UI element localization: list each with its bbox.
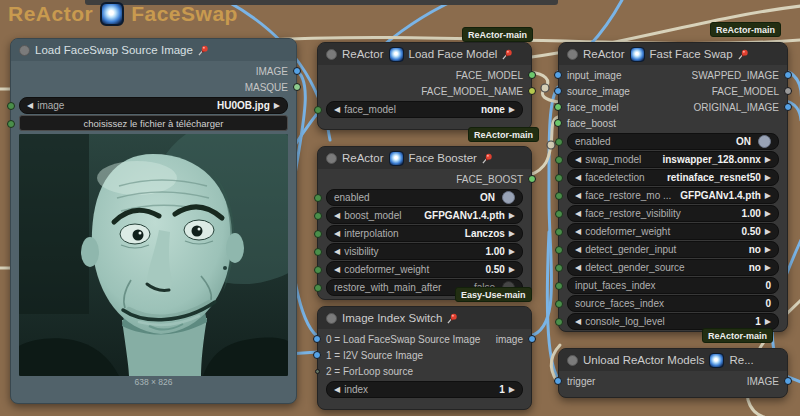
output-slot-face-model[interactable] [528, 71, 536, 79]
node-header-face-booster[interactable]: ReActor Face Booster [318, 147, 531, 169]
output-slot-face-model[interactable] [784, 87, 792, 95]
widget-detect-gender-input[interactable]: detect_gender_input no [567, 241, 779, 257]
output-slot-face-model-name[interactable] [528, 87, 536, 95]
combo-left-arrow-icon[interactable] [334, 106, 340, 114]
widget-console-log-level[interactable]: console_log_level 1 [567, 313, 779, 329]
node-image-index-switch[interactable]: Image Index Switch 0 = Load FaceSwap Sou… [317, 306, 532, 410]
node-header-source-image[interactable]: Load FaceSwap Source Image [11, 39, 296, 61]
combo-left-arrow-icon[interactable] [575, 174, 581, 182]
combo-right-arrow-icon[interactable] [509, 248, 515, 256]
pin-icon[interactable] [447, 313, 458, 324]
widget-input-faces-index[interactable]: input_faces_index 0 [567, 277, 779, 293]
combo-right-arrow-icon[interactable] [765, 210, 771, 218]
collapse-dot[interactable] [326, 153, 337, 164]
input-slot-1[interactable] [313, 351, 321, 359]
reactor-node-icon [389, 151, 404, 166]
combo-left-arrow-icon[interactable] [575, 210, 581, 218]
combo-left-arrow-icon[interactable] [575, 318, 581, 326]
combo-right-arrow-icon[interactable] [509, 230, 515, 238]
widget-face-restore-model[interactable]: face_restore_mo ... GFPGANv1.4.pth [567, 187, 779, 203]
output-slot-masque[interactable] [293, 83, 301, 91]
output-slot-image[interactable] [293, 67, 301, 75]
input-slot-2[interactable] [315, 369, 320, 374]
combo-left-arrow-icon[interactable] [575, 228, 581, 236]
output-slot-original-image[interactable] [784, 103, 792, 111]
widget-boost-model[interactable]: boost_model GFPGANv1.4.pth [326, 207, 523, 223]
combo-left-arrow-icon[interactable] [575, 192, 581, 200]
output-slot-image[interactable] [528, 335, 536, 343]
node-fast-face-swap[interactable]: ReActor Fast Face Swap input_image SWAPP… [558, 42, 788, 332]
widget-index[interactable]: index 1 [326, 381, 523, 397]
collapse-dot[interactable] [567, 355, 578, 366]
combo-right-arrow-icon[interactable] [274, 102, 280, 110]
widget-visibility[interactable]: visibility 1.00 [326, 243, 523, 259]
toggle-knob-icon[interactable] [502, 191, 515, 204]
widget-label: visibility [344, 246, 378, 257]
input-slot-trigger[interactable] [554, 377, 562, 385]
node-header-image-index-switch[interactable]: Image Index Switch [318, 307, 531, 329]
output-slot-swapped-image[interactable] [784, 71, 792, 79]
node-load-face-model[interactable]: ReActor Load Face Model FACE_MODEL FACE_… [317, 42, 532, 130]
input-slot-source-image[interactable] [554, 87, 562, 95]
pin-icon[interactable] [502, 49, 513, 60]
combo-left-arrow-icon[interactable] [27, 102, 33, 110]
combo-right-arrow-icon[interactable] [509, 266, 515, 274]
combo-left-arrow-icon[interactable] [575, 156, 581, 164]
combo-right-arrow-icon[interactable] [765, 192, 771, 200]
node-graph-canvas[interactable]: ReActor FaceSwap ReActor-main ReActor-ma… [0, 0, 800, 416]
node-load-faceswap-source-image[interactable]: Load FaceSwap Source Image IMAGE MASQUE … [10, 38, 297, 404]
node-face-booster[interactable]: ReActor Face Booster FACE_BOOST enabled … [317, 146, 532, 300]
input-slot-input-image[interactable] [554, 71, 562, 79]
combo-right-arrow-icon[interactable] [765, 246, 771, 254]
combo-right-arrow-icon[interactable] [765, 174, 771, 182]
combo-right-arrow-icon[interactable] [509, 212, 515, 220]
input-slot-face-boost[interactable] [554, 119, 562, 127]
combo-left-arrow-icon[interactable] [334, 248, 340, 256]
output-slot-face-boost[interactable] [528, 175, 536, 183]
combo-right-arrow-icon[interactable] [765, 264, 771, 272]
widget-label: image [37, 100, 64, 111]
combo-left-arrow-icon[interactable] [334, 230, 340, 238]
combo-right-arrow-icon[interactable] [765, 318, 771, 326]
reroute-dot-cream-2[interactable] [547, 141, 555, 149]
collapse-dot[interactable] [326, 49, 337, 60]
upload-button[interactable]: choisissez le fichier à télécharger [19, 115, 288, 131]
output-slot-image[interactable] [784, 377, 792, 385]
pin-icon[interactable] [738, 49, 749, 60]
input-slot-0[interactable] [313, 335, 321, 343]
widget-face-model[interactable]: face_model none [326, 101, 523, 117]
combo-right-arrow-icon[interactable] [509, 386, 515, 394]
combo-left-arrow-icon[interactable] [334, 212, 340, 220]
widget-facedetection[interactable]: facedetection retinaface_resnet50 [567, 169, 779, 185]
pin-icon[interactable] [198, 45, 209, 56]
collapse-dot[interactable] [19, 45, 30, 56]
widget-interpolation[interactable]: interpolation Lanczos [326, 225, 523, 241]
combo-left-arrow-icon[interactable] [575, 246, 581, 254]
widget-source-faces-index[interactable]: source_faces_index 0 [567, 295, 779, 311]
node-header-unload-reactor-models[interactable]: Unload ReActor Models Re... [559, 349, 787, 371]
widget-codeformer-weight[interactable]: codeformer_weight 0.50 [326, 261, 523, 277]
collapse-dot[interactable] [567, 49, 578, 60]
widget-enabled[interactable]: enabled ON [326, 189, 523, 205]
node-unload-reactor-models[interactable]: Unload ReActor Models Re... trigger IMAG… [558, 348, 788, 398]
combo-left-arrow-icon[interactable] [334, 266, 340, 274]
widget-image[interactable]: image HU0OB.jpg [19, 97, 288, 113]
widget-swap-model[interactable]: swap_model inswapper_128.onnx [567, 151, 779, 167]
widget-codeformer-weight[interactable]: codeformer_weight 0.50 [567, 223, 779, 239]
combo-right-arrow-icon[interactable] [765, 156, 771, 164]
widget-detect-gender-source[interactable]: detect_gender_source no [567, 259, 779, 275]
node-header-load-face-model[interactable]: ReActor Load Face Model [318, 43, 531, 65]
combo-left-arrow-icon[interactable] [575, 264, 581, 272]
input-slot-face-model[interactable] [554, 103, 562, 111]
node-header-fast-face-swap[interactable]: ReActor Fast Face Swap [559, 43, 787, 65]
widget-face-restore-visibility[interactable]: face_restore_visibility 1.00 [567, 205, 779, 221]
pin-icon[interactable] [482, 153, 493, 164]
collapse-dot[interactable] [326, 313, 337, 324]
widget-enabled[interactable]: enabled ON [567, 133, 779, 149]
reroute-dot-cream-1[interactable] [541, 84, 549, 92]
combo-left-arrow-icon[interactable] [334, 386, 340, 394]
upload-button-row[interactable]: choisissez le fichier à télécharger [19, 115, 288, 131]
combo-right-arrow-icon[interactable] [765, 228, 771, 236]
toggle-knob-icon[interactable] [758, 135, 771, 148]
combo-right-arrow-icon[interactable] [509, 106, 515, 114]
